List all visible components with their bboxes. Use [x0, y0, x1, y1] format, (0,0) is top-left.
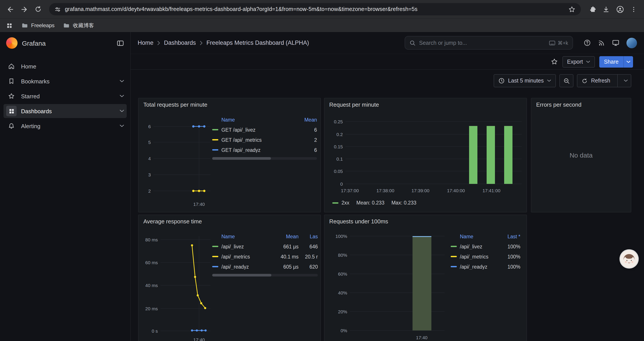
svg-text:20 ms: 20 ms	[145, 306, 158, 311]
share-menu-button[interactable]	[624, 56, 633, 67]
panel-requests-under-100ms[interactable]: Requests under 100ms 100% 80% 60% 40% 20…	[324, 215, 527, 341]
sidebar-item-bookmarks[interactable]: Bookmarks	[4, 74, 127, 88]
share-button-group: Share	[599, 56, 633, 67]
legend-row[interactable]: /api/_metrics 100%	[451, 251, 520, 261]
legend-col-mean[interactable]: Mean	[298, 117, 317, 122]
legend-scrollbar[interactable]	[212, 274, 318, 276]
search-bar[interactable]: ⌘+k	[405, 36, 573, 50]
user-avatar[interactable]	[626, 38, 637, 48]
sidebar-item-starred[interactable]: Starred	[4, 89, 127, 103]
refresh-button[interactable]: Refresh	[577, 75, 615, 87]
legend-col-name[interactable]: Name	[212, 234, 274, 239]
share-button[interactable]: Share	[599, 56, 624, 67]
bookmark-folder-blogs[interactable]: 收藏博客	[63, 22, 94, 29]
refresh-label: Refresh	[591, 78, 610, 84]
legend-row[interactable]: /api/_readyz 100%	[451, 261, 520, 272]
panel-request-per-minute[interactable]: Request per minute 0.25 0.2 0.15 0.1 0.0…	[324, 98, 527, 212]
chevron-down-icon[interactable]	[120, 80, 124, 83]
svg-text:4: 4	[148, 156, 151, 161]
sidebar-item-label: Bookmarks	[21, 78, 50, 85]
svg-text:80%: 80%	[338, 253, 347, 258]
svg-text:0.2: 0.2	[336, 132, 343, 137]
panel-title[interactable]: Requests under 100ms	[329, 218, 388, 225]
url-text[interactable]: grafana.mathmast.com/d/deytv4rwavabkb/fr…	[65, 6, 564, 12]
panel-title[interactable]: Average response time	[143, 218, 202, 225]
legend-col-last[interactable]: Last *	[499, 234, 520, 239]
series-swatch	[212, 266, 218, 267]
folder-icon	[63, 22, 70, 29]
zoom-out-icon	[563, 78, 570, 84]
browser-menu-icon[interactable]	[630, 6, 637, 13]
apps-grid-icon[interactable]	[6, 22, 13, 29]
legend-row[interactable]: /api/_livez 100%	[451, 241, 520, 251]
legend-scrollbar[interactable]	[212, 157, 317, 160]
legend-row[interactable]: GET /api/_livez 6	[212, 125, 317, 135]
panel-title[interactable]: Request per minute	[329, 101, 379, 108]
panel-errors-per-second[interactable]: Errors per second No data	[531, 98, 631, 212]
dock-sidebar-icon[interactable]	[116, 39, 124, 47]
legend-row[interactable]: GET /api/_readyz 6	[212, 145, 317, 155]
scrollbar-thumb[interactable]	[212, 274, 271, 276]
favorite-star-icon[interactable]	[550, 58, 558, 65]
back-button[interactable]	[4, 3, 17, 16]
assistant-avatar[interactable]	[620, 250, 638, 268]
legend-col-mean[interactable]: Mean	[274, 234, 298, 239]
profile-icon[interactable]	[616, 5, 624, 14]
clock-icon	[498, 78, 504, 84]
no-data-message: No data	[531, 98, 631, 212]
legend-row[interactable]: /api/_metrics 40.1 ms 20.5 r	[212, 251, 318, 261]
svg-text:5: 5	[148, 140, 151, 145]
bookmark-label: 收藏博客	[73, 22, 94, 29]
grafana-logo[interactable]	[6, 37, 18, 49]
svg-text:6: 6	[148, 124, 151, 129]
panel-total-requests[interactable]: Total requests per minute 6 5 4 3 2 17:	[138, 98, 321, 212]
panel-title[interactable]: Total requests per minute	[143, 101, 207, 108]
search-input[interactable]	[419, 40, 545, 46]
time-range-picker[interactable]: Last 5 minutes	[494, 74, 556, 87]
panel-average-response-time[interactable]: Average response time 80 ms 60 ms 40 ms …	[138, 215, 321, 341]
bookmark-star-icon[interactable]	[568, 6, 576, 13]
help-icon[interactable]	[584, 39, 591, 47]
bookmark-folder-freeleaps[interactable]: Freeleaps	[22, 22, 54, 29]
breadcrumb-home[interactable]: Home	[138, 40, 154, 46]
extensions-icon[interactable]	[589, 6, 596, 13]
time-controls: Last 5 minutes Refresh	[494, 74, 631, 87]
chevron-down-icon[interactable]	[120, 110, 124, 112]
breadcrumb-separator-icon	[158, 41, 160, 45]
sidebar-item-dashboards[interactable]: Dashboards	[4, 104, 127, 118]
legend-header: Name Mean Las	[212, 232, 318, 241]
series-swatch	[451, 266, 457, 267]
legend-col-last[interactable]: Las	[298, 234, 318, 239]
legend-row[interactable]: GET /api/_metrics 2	[212, 135, 317, 145]
export-button[interactable]: Export	[562, 56, 595, 67]
download-icon[interactable]	[602, 6, 610, 13]
scrollbar-thumb[interactable]	[212, 157, 271, 160]
legend-row[interactable]: /api/_readyz 605 µs 620	[212, 261, 318, 272]
legend-series[interactable]: 2xx	[332, 200, 350, 205]
svg-text:17:40:00: 17:40:00	[447, 188, 465, 193]
legend-header: Name Last *	[451, 232, 520, 241]
legend-table: Name Mean Las /api/_livez 661 µs 646 /ap…	[212, 232, 318, 276]
sidebar-item-home[interactable]: Home	[4, 59, 127, 73]
chevron-down-icon[interactable]	[120, 125, 124, 127]
legend-col-name[interactable]: Name	[212, 117, 298, 122]
browser-toolbar: grafana.mathmast.com/d/deytv4rwavabkb/fr…	[0, 0, 644, 19]
dashboards-icon	[8, 108, 15, 114]
breadcrumb-dashboards[interactable]: Dashboards	[164, 40, 196, 46]
monitor-icon[interactable]	[612, 39, 620, 47]
zoom-out-button[interactable]	[560, 74, 574, 87]
chevron-down-icon[interactable]	[120, 95, 124, 97]
address-bar[interactable]: grafana.mathmast.com/d/deytv4rwavabkb/fr…	[49, 3, 581, 15]
legend-col-name[interactable]: Name	[451, 234, 499, 239]
refresh-interval-button[interactable]	[620, 75, 631, 87]
avatar-image	[620, 250, 638, 268]
rss-icon[interactable]	[598, 39, 605, 46]
legend-mean: Mean: 0.233	[356, 200, 384, 205]
forward-button[interactable]	[18, 3, 31, 16]
site-info-icon[interactable]	[54, 6, 61, 13]
svg-text:40%: 40%	[338, 290, 347, 295]
bookmark-label: Freeleaps	[31, 22, 54, 29]
sidebar-item-alerting[interactable]: Alerting	[4, 119, 127, 133]
legend-row[interactable]: /api/_livez 661 µs 646	[212, 241, 318, 251]
reload-button[interactable]	[32, 3, 45, 16]
